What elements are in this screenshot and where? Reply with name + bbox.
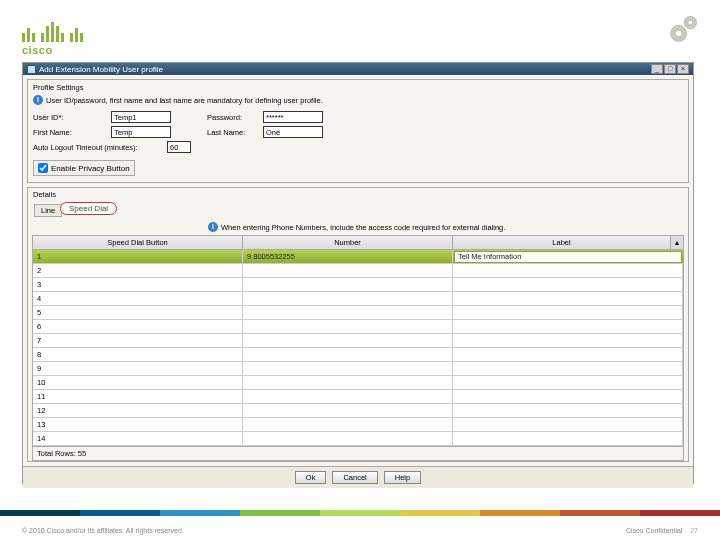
- table-row[interactable]: 4: [33, 292, 683, 306]
- cell-number[interactable]: [243, 348, 453, 361]
- cancel-button[interactable]: Cancel: [332, 471, 377, 484]
- cell-button: 5: [33, 306, 243, 319]
- table-row[interactable]: 8: [33, 348, 683, 362]
- help-button[interactable]: Help: [384, 471, 421, 484]
- cell-number[interactable]: [243, 320, 453, 333]
- cell-label[interactable]: [453, 320, 683, 333]
- privacy-checkbox-row[interactable]: Enable Privacy Button: [33, 160, 135, 176]
- user-id-field[interactable]: [111, 111, 171, 123]
- svg-point-3: [688, 20, 693, 25]
- cell-number[interactable]: [243, 390, 453, 403]
- cisco-logo: cisco: [22, 20, 83, 56]
- cisco-logo-text: cisco: [22, 44, 83, 56]
- minimize-button[interactable]: _: [651, 64, 663, 74]
- cell-label[interactable]: Tell Me Information: [454, 251, 682, 263]
- titlebar: Add Extension Mobility User profile _ □ …: [23, 63, 693, 75]
- cell-label[interactable]: [453, 376, 683, 389]
- cell-button: 12: [33, 404, 243, 417]
- details-title: Details: [28, 188, 688, 199]
- user-id-label: User ID*:: [33, 113, 105, 122]
- cell-button: 11: [33, 390, 243, 403]
- password-field[interactable]: [263, 111, 323, 123]
- last-name-field[interactable]: [263, 126, 323, 138]
- cell-button: 8: [33, 348, 243, 361]
- maximize-button[interactable]: □: [664, 64, 676, 74]
- cell-button: 10: [33, 376, 243, 389]
- profile-hint-text: User ID/password, first name and last na…: [46, 96, 323, 105]
- cell-number[interactable]: [243, 264, 453, 277]
- profile-settings-title: Profile Settings: [33, 83, 683, 92]
- cell-number[interactable]: [243, 418, 453, 431]
- total-rows: Total Rows: 55: [33, 446, 683, 460]
- col-label[interactable]: Label: [453, 236, 671, 249]
- cell-button: 14: [33, 432, 243, 445]
- cell-button: 7: [33, 334, 243, 347]
- cell-number[interactable]: 9 8005532255: [243, 250, 453, 263]
- table-row[interactable]: 19 8005532255Tell Me Information: [33, 250, 683, 264]
- autologout-field[interactable]: [167, 141, 191, 153]
- info-icon: i: [208, 222, 218, 232]
- cell-number[interactable]: [243, 432, 453, 445]
- cell-number[interactable]: [243, 376, 453, 389]
- ok-button[interactable]: Ok: [295, 471, 327, 484]
- close-button[interactable]: ×: [677, 64, 689, 74]
- window-title: Add Extension Mobility User profile: [39, 65, 163, 74]
- profile-hint: i User ID/password, first name and last …: [33, 95, 683, 105]
- cisco-logo-bars: [22, 20, 83, 42]
- last-name-label: Last Name:: [207, 128, 257, 137]
- table-row[interactable]: 5: [33, 306, 683, 320]
- cell-label[interactable]: [453, 334, 683, 347]
- cell-number[interactable]: [243, 404, 453, 417]
- confidential-label: Cisco Confidential: [626, 527, 682, 534]
- table-row[interactable]: 2: [33, 264, 683, 278]
- profile-settings-section: Profile Settings i User ID/password, fir…: [27, 79, 689, 183]
- cell-number[interactable]: [243, 306, 453, 319]
- table-row[interactable]: 11: [33, 390, 683, 404]
- details-section: Details Line Speed Dial i When entering …: [27, 187, 689, 462]
- col-button[interactable]: Speed Dial Button: [33, 236, 243, 249]
- table-row[interactable]: 14: [33, 432, 683, 446]
- tab-line[interactable]: Line: [34, 204, 62, 217]
- tab-speed-dial[interactable]: Speed Dial: [60, 202, 117, 215]
- details-hint: i When entering Phone Numbers, include t…: [208, 222, 688, 232]
- cell-number[interactable]: [243, 334, 453, 347]
- brand-stripe: [0, 510, 720, 516]
- table-row[interactable]: 7: [33, 334, 683, 348]
- table-header: Speed Dial Button Number Label ▴: [33, 236, 683, 250]
- gear-icon: [666, 10, 702, 46]
- copyright: © 2010 Cisco and/or its affiliates. All …: [22, 527, 184, 534]
- speed-dial-table: Speed Dial Button Number Label ▴ 19 8005…: [32, 235, 684, 461]
- table-row[interactable]: 10: [33, 376, 683, 390]
- cell-label[interactable]: [453, 418, 683, 431]
- cell-label[interactable]: [453, 264, 683, 277]
- table-row[interactable]: 6: [33, 320, 683, 334]
- cell-number[interactable]: [243, 362, 453, 375]
- cell-label[interactable]: [453, 348, 683, 361]
- cell-label[interactable]: [453, 390, 683, 403]
- table-row[interactable]: 13: [33, 418, 683, 432]
- cell-label[interactable]: [453, 362, 683, 375]
- cell-label[interactable]: [453, 292, 683, 305]
- cell-number[interactable]: [243, 292, 453, 305]
- cell-label[interactable]: [453, 432, 683, 445]
- cell-number[interactable]: [243, 278, 453, 291]
- cell-button: 6: [33, 320, 243, 333]
- svg-point-1: [675, 30, 681, 36]
- cell-button: 9: [33, 362, 243, 375]
- table-row[interactable]: 9: [33, 362, 683, 376]
- scroll-up-icon[interactable]: ▴: [671, 236, 683, 249]
- cell-label[interactable]: [453, 306, 683, 319]
- password-label: Password:: [207, 113, 257, 122]
- privacy-checkbox-label: Enable Privacy Button: [51, 164, 130, 173]
- cell-label[interactable]: [453, 404, 683, 417]
- footer: © 2010 Cisco and/or its affiliates. All …: [0, 527, 720, 534]
- details-hint-text: When entering Phone Numbers, include the…: [221, 223, 505, 232]
- cell-label[interactable]: [453, 278, 683, 291]
- col-number[interactable]: Number: [243, 236, 453, 249]
- cell-button: 1: [33, 250, 243, 263]
- privacy-checkbox[interactable]: [38, 163, 48, 173]
- info-icon: i: [33, 95, 43, 105]
- table-row[interactable]: 3: [33, 278, 683, 292]
- table-row[interactable]: 12: [33, 404, 683, 418]
- first-name-field[interactable]: [111, 126, 171, 138]
